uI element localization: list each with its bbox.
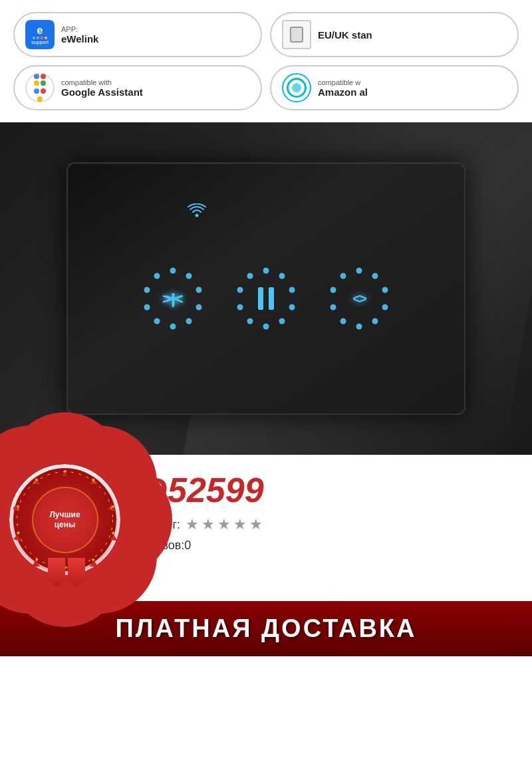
esupport-icon: e support <box>25 20 55 49</box>
svg-point-0 <box>196 214 199 217</box>
google-assistant-icon <box>25 73 55 102</box>
svg-marker-37 <box>110 535 116 541</box>
svg-point-33 <box>340 273 346 279</box>
svg-point-19 <box>237 305 243 311</box>
svg-rect-23 <box>269 287 274 310</box>
badge-ewelink-main: eWelink <box>61 33 98 45</box>
star-3: ★ <box>217 516 231 533</box>
rating-row: Рейтинг: ★ ★ ★ ★ ★ <box>133 516 519 533</box>
badge-alexa-sub: compatible w <box>318 78 368 86</box>
svg-point-25 <box>372 273 378 279</box>
svg-point-29 <box>356 324 362 330</box>
svg-text:★: ★ <box>111 504 115 509</box>
svg-point-15 <box>289 305 295 311</box>
svg-point-12 <box>263 268 269 274</box>
svg-point-8 <box>144 305 150 311</box>
svg-point-21 <box>247 273 253 279</box>
svg-text:★: ★ <box>91 477 95 482</box>
svg-point-18 <box>247 318 253 324</box>
svg-text:★: ★ <box>16 531 20 535</box>
bottom-section: ★ ★ ★ ★ ★ ★ ★ ★ ★ ★ Лучшие цены ID52599 <box>0 455 532 601</box>
footer-text: ПЛАТНАЯ ДОСТАВКА <box>13 614 519 643</box>
seal-text-bottom: цены <box>55 520 76 529</box>
badge-google: compatible with Google Assistant <box>13 65 262 110</box>
svg-point-31 <box>331 305 336 311</box>
badge-euuk: EU/UK stan <box>270 12 519 57</box>
rating-label: Рейтинг: <box>133 518 180 532</box>
footer-banner: ПЛАТНАЯ ДОСТАВКА <box>0 601 532 656</box>
svg-point-3 <box>196 287 202 293</box>
svg-text:★: ★ <box>16 504 20 509</box>
badge-euuk-main: EU/UK stan <box>318 29 372 41</box>
star-4: ★ <box>233 516 247 533</box>
product-id: ID52599 <box>133 471 519 509</box>
svg-point-6 <box>170 324 176 330</box>
svg-point-2 <box>186 273 192 279</box>
product-info: ID52599 Рейтинг: ★ ★ ★ ★ ★ Отзывов:0 <box>133 468 519 553</box>
seal-container: ★ ★ ★ ★ ★ ★ ★ ★ ★ ★ Лучшие цены <box>13 468 120 588</box>
star-5: ★ <box>249 516 263 533</box>
switch-device: >|< >|< <box>66 162 466 415</box>
reviews-text: Отзывов:0 <box>133 539 191 552</box>
svg-text:★: ★ <box>91 557 95 562</box>
svg-point-1 <box>170 268 176 274</box>
svg-point-16 <box>279 318 285 324</box>
svg-point-10 <box>154 273 160 279</box>
pause-touch-button[interactable] <box>233 265 299 332</box>
svg-point-14 <box>289 287 295 293</box>
reviews-row: Отзывов:0 <box>133 539 519 553</box>
seal-inner: Лучшие цены <box>32 487 98 553</box>
svg-point-30 <box>340 318 346 324</box>
svg-point-20 <box>237 287 243 293</box>
badge-alexa: compatible w Amazon al <box>270 65 519 110</box>
buttons-row: >|< >|< <box>140 265 392 332</box>
badge-ewelink: e support APP: eWelink <box>13 12 262 57</box>
badge-alexa-main: Amazon al <box>318 86 368 98</box>
badge-google-main: Google Assistant <box>61 86 143 98</box>
svg-text:★: ★ <box>35 557 39 562</box>
svg-text:★: ★ <box>63 469 67 473</box>
svg-point-32 <box>331 287 336 293</box>
svg-point-28 <box>372 318 378 324</box>
svg-point-4 <box>196 305 202 311</box>
svg-point-26 <box>382 287 388 293</box>
svg-marker-41 <box>13 535 21 541</box>
ribbon <box>48 558 85 588</box>
svg-text:★: ★ <box>111 531 115 535</box>
svg-point-7 <box>154 318 160 324</box>
svg-point-13 <box>279 273 285 279</box>
badge-google-sub: compatible with <box>61 78 143 86</box>
badges-section: e support APP: eWelink EU/UK stan <box>0 0 532 122</box>
product-image-section: >|< >|< <box>0 122 532 455</box>
stars-container: ★ ★ ★ ★ ★ <box>186 516 263 533</box>
svg-point-5 <box>186 318 192 324</box>
wifi-icon <box>188 203 206 222</box>
svg-point-27 <box>382 305 388 311</box>
close-touch-button[interactable]: >|< >|< <box>140 265 206 332</box>
svg-point-9 <box>144 287 150 293</box>
seal-text-top: Лучшие <box>49 510 80 519</box>
euuk-icon <box>282 20 311 49</box>
seal-outer: ★ ★ ★ ★ ★ ★ ★ ★ ★ ★ Лучшие цены <box>13 468 116 571</box>
star-2: ★ <box>201 516 215 533</box>
badge-ewelink-sub: APP: <box>61 25 98 33</box>
open-touch-button[interactable]: <> <box>326 265 392 332</box>
svg-point-17 <box>263 324 269 330</box>
svg-rect-22 <box>258 287 263 310</box>
svg-text:★: ★ <box>35 477 39 482</box>
svg-point-24 <box>356 268 362 274</box>
star-1: ★ <box>186 516 199 533</box>
alexa-icon <box>282 73 311 102</box>
